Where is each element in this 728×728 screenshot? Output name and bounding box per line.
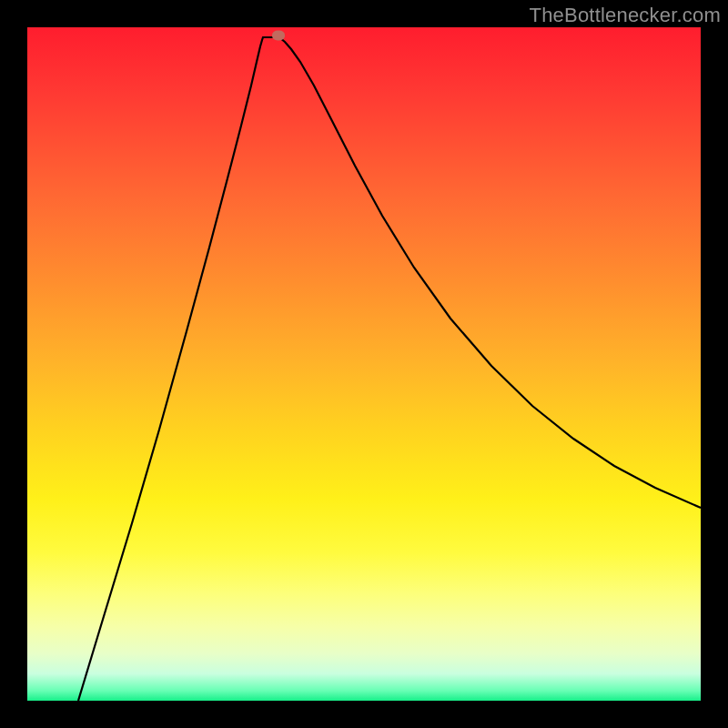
chart-frame: TheBottlenecker.com xyxy=(0,0,728,728)
optimal-point-marker xyxy=(272,31,285,41)
plot-area xyxy=(27,27,701,701)
bottleneck-curve xyxy=(27,27,701,701)
watermark-text: TheBottlenecker.com xyxy=(530,4,721,27)
